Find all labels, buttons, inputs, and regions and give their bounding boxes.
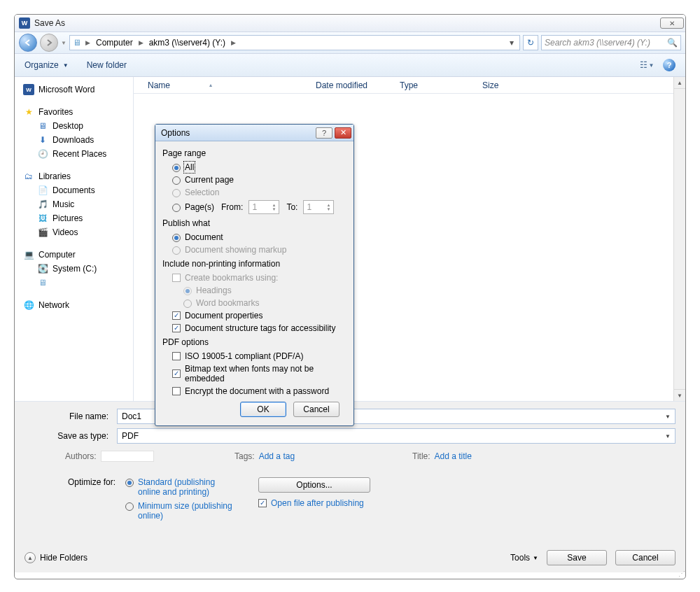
organize-menu[interactable]: Organize ▼ <box>24 60 69 70</box>
chevron-right-icon: ▶ <box>83 39 93 46</box>
dialog-title-bar: Options ? ✕ <box>155 125 354 141</box>
sidebar-item-label: Music <box>52 199 74 209</box>
dialog-ok-button[interactable]: OK <box>240 402 286 417</box>
sidebar-item-label: System (C:) <box>52 264 97 274</box>
close-icon: ✕ <box>340 128 346 137</box>
sidebar-item-recent[interactable]: 🕘Recent Places <box>37 147 129 161</box>
optimize-minimum-radio[interactable]: Minimum size (publishing online) <box>125 501 237 521</box>
sidebar-item-computer[interactable]: 💻Computer <box>23 248 129 262</box>
word-icon: W <box>19 17 30 29</box>
history-dropdown[interactable]: ▼ <box>61 35 66 50</box>
iso-compliant-checkbox[interactable]: ISO 19005-1 compliant (PDF/A) <box>162 350 346 362</box>
tools-menu[interactable]: Tools ▼ <box>510 553 538 563</box>
save-type-value: PDF <box>122 431 139 441</box>
dialog-cancel-button[interactable]: Cancel <box>293 402 340 417</box>
publish-document-radio[interactable]: Document <box>162 231 346 244</box>
tags-input[interactable]: Add a tag <box>259 451 295 461</box>
cancel-button[interactable]: Cancel <box>615 550 676 565</box>
structure-tags-label: Document structure tags for accessibilit… <box>185 323 335 333</box>
help-button[interactable]: ? <box>663 59 676 71</box>
resize-grip-icon[interactable]: ⋰ <box>678 570 684 577</box>
sidebar-item-desktop[interactable]: 🖥Desktop <box>37 119 129 133</box>
open-after-checkbox[interactable]: Open file after publishing <box>258 498 398 508</box>
hide-folders-label: Hide Folders <box>40 553 88 563</box>
tools-label: Tools <box>510 553 530 563</box>
sidebar-item-favorites[interactable]: ★ Favorites <box>23 105 129 119</box>
save-type-select[interactable]: PDF ▼ <box>117 428 676 444</box>
breadcrumb-location[interactable]: akm3 (\\server4) (Y:) <box>148 38 227 48</box>
page-range-pages-label: Page(s) <box>185 202 214 212</box>
search-icon[interactable]: 🔍 <box>667 38 678 48</box>
options-button[interactable]: Options... <box>258 477 370 493</box>
from-spinbox[interactable]: 1▲▼ <box>248 200 279 214</box>
title-input[interactable]: Add a title <box>435 451 472 461</box>
sidebar-item-label: Computer <box>38 250 76 260</box>
sidebar-item-label: Recent Places <box>52 149 106 159</box>
scroll-down-button[interactable]: ▼ <box>674 389 685 401</box>
sidebar-item-documents[interactable]: 📄Documents <box>37 183 129 197</box>
column-type[interactable]: Type <box>400 80 482 90</box>
forward-button[interactable] <box>40 34 58 52</box>
spinner-icon[interactable]: ▲▼ <box>326 203 330 211</box>
bitmap-text-label: Bitmap text when fonts may not be embedd… <box>185 364 346 383</box>
sidebar-item-videos[interactable]: 🎬Videos <box>37 225 129 239</box>
word-icon: W <box>23 84 34 95</box>
save-button[interactable]: Save <box>547 550 607 565</box>
sidebar-item-network[interactable]: 🌐Network <box>23 298 129 312</box>
open-after-label: Open file after publishing <box>271 498 364 508</box>
sidebar-item-music[interactable]: 🎵Music <box>37 197 129 211</box>
help-icon: ? <box>667 61 672 69</box>
breadcrumb[interactable]: 🖥 ▶ Computer ▶ akm3 (\\server4) (Y:) ▶ ▾ <box>69 35 520 50</box>
encrypt-checkbox[interactable]: Encrypt the document with a password <box>162 385 346 397</box>
refresh-button[interactable]: ↻ <box>523 35 538 50</box>
sidebar-item-blank[interactable]: 🖥 <box>37 276 129 290</box>
to-spinbox[interactable]: 1▲▼ <box>303 200 334 214</box>
view-button[interactable]: ☷ ▼ <box>636 58 657 72</box>
checkbox-icon <box>172 311 181 320</box>
scroll-up-button[interactable]: ▲ <box>674 77 685 89</box>
column-size[interactable]: Size <box>482 80 538 90</box>
chevron-right-icon: ▶ <box>228 39 239 46</box>
authors-input[interactable] <box>101 451 154 462</box>
page-range-selection-radio: Selection <box>162 186 346 199</box>
spinner-icon[interactable]: ▲▼ <box>272 203 276 211</box>
back-button[interactable] <box>19 34 37 52</box>
save-as-window: W Save As ✕ ▼ 🖥 ▶ Computer ▶ akm3 (\\ser… <box>14 14 686 579</box>
help-icon: ? <box>322 129 326 137</box>
page-range-pages-radio[interactable]: Page(s) From: 1▲▼ To: 1▲▼ <box>162 199 346 216</box>
sidebar-item-pictures[interactable]: 🖼Pictures <box>37 211 129 225</box>
document-properties-checkbox[interactable]: Document properties <box>162 309 346 322</box>
view-icon: ☷ <box>640 60 648 70</box>
structure-tags-checkbox[interactable]: Document structure tags for accessibilit… <box>162 322 346 334</box>
close-button[interactable]: ✕ <box>660 17 684 29</box>
scrollbar[interactable]: ▲ ▼ <box>673 77 685 401</box>
breadcrumb-dropdown[interactable]: ▾ <box>507 38 517 48</box>
dialog-close-button[interactable]: ✕ <box>335 127 351 139</box>
chevron-down-icon[interactable]: ▼ <box>665 414 671 420</box>
hide-folders-button[interactable]: ▲ Hide Folders <box>24 552 88 563</box>
chevron-down-icon[interactable]: ▼ <box>665 433 671 439</box>
optimize-label: Optimize for: <box>66 477 115 487</box>
breadcrumb-root[interactable]: Computer <box>94 38 134 48</box>
sidebar-item-libraries[interactable]: 🗂Libraries <box>23 169 129 183</box>
sidebar-item-system-c[interactable]: 💽System (C:) <box>37 262 129 276</box>
optimize-minimum-label: Minimum size (publishing online) <box>138 501 236 521</box>
title-label: Title: <box>412 451 430 461</box>
search-input[interactable]: Search akm3 (\\server4) (Y:) 🔍 <box>541 35 681 50</box>
optimize-standard-radio[interactable]: Standard (publishing online and printing… <box>125 477 237 497</box>
column-date[interactable]: Date modified <box>316 80 400 90</box>
dialog-help-button[interactable]: ? <box>316 127 332 139</box>
page-range-all-radio[interactable]: All <box>162 161 346 174</box>
bitmap-text-checkbox[interactable]: Bitmap text when fonts may not be embedd… <box>162 362 346 385</box>
recent-icon: 🕘 <box>37 148 48 160</box>
checkbox-icon <box>258 499 267 507</box>
new-folder-button[interactable]: New folder <box>87 60 127 70</box>
sidebar-item-word[interactable]: W Microsoft Word <box>23 83 129 97</box>
star-icon: ★ <box>23 106 34 118</box>
file-name-label: File name: <box>24 411 111 421</box>
bookmarks-headings-radio: Headings <box>162 284 346 297</box>
sidebar-item-label: Favorites <box>38 107 73 117</box>
column-name[interactable]: Name▴ <box>148 80 316 90</box>
sidebar-item-downloads[interactable]: ⬇Downloads <box>37 133 129 147</box>
page-range-current-radio[interactable]: Current page <box>162 174 346 186</box>
